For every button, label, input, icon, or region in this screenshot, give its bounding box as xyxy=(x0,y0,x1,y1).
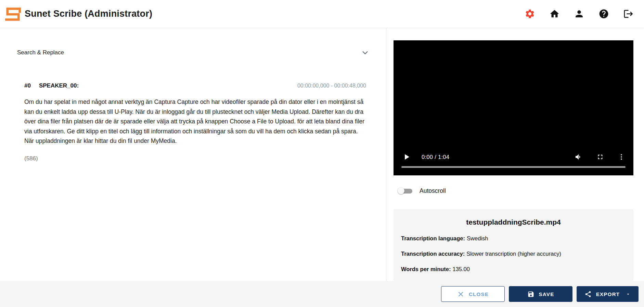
field-label: Words per minute: xyxy=(401,266,451,272)
play-icon[interactable] xyxy=(402,153,411,161)
video-progress-bar[interactable] xyxy=(401,166,626,168)
settings-icon[interactable] xyxy=(525,9,535,19)
page-title: Sunet Scribe (Administrator) xyxy=(25,9,152,19)
video-controls-right xyxy=(575,153,625,161)
video-controls: 0:00 / 1:04 xyxy=(402,153,625,161)
media-info-card: testuppladdningScribe.mp4 Transcription … xyxy=(394,209,633,281)
field-value: Swedish xyxy=(467,235,488,241)
export-button[interactable]: EXPORT xyxy=(577,286,639,302)
action-footer: CLOSE SAVE EXPORT xyxy=(0,281,644,307)
app-window: Sunet Scribe (Administrator) Search & R xyxy=(0,0,644,307)
export-button-label: EXPORT xyxy=(596,291,620,297)
segment-index: #0 xyxy=(24,82,31,89)
autoscroll-label: Autoscroll xyxy=(420,187,446,195)
sunet-logo-icon xyxy=(5,6,21,22)
field-label: Transcription accuracy: xyxy=(401,251,465,257)
app-header: Sunet Scribe (Administrator) xyxy=(0,0,644,28)
header-actions xyxy=(525,9,634,19)
transcript-panel: Search & Replace #0 SPEAKER_00: 00:00:00… xyxy=(0,28,386,281)
info-field-accuracy: Transcription accuracy:Slower transcript… xyxy=(401,251,626,257)
info-field-language: Transcription language:Swedish xyxy=(401,235,626,242)
save-icon xyxy=(527,291,534,298)
segment-header: #0 SPEAKER_00: 00:00:00,000 - 00:00:48,0… xyxy=(24,82,366,89)
save-button[interactable]: SAVE xyxy=(509,286,572,302)
logout-icon[interactable] xyxy=(623,9,634,19)
video-time-display: 0:00 / 1:04 xyxy=(422,154,449,160)
more-options-icon[interactable] xyxy=(618,153,625,161)
autoscroll-toggle[interactable] xyxy=(398,186,414,195)
close-x-icon xyxy=(457,291,464,298)
field-value: 135.00 xyxy=(452,266,469,272)
help-icon[interactable] xyxy=(598,9,609,19)
field-label: Transcription language: xyxy=(401,235,465,241)
close-button-label: CLOSE xyxy=(469,291,489,297)
media-panel: 0:00 / 1:04 xyxy=(386,28,644,281)
profile-icon[interactable] xyxy=(574,9,584,19)
search-replace-accordion[interactable]: Search & Replace xyxy=(17,48,370,58)
segment-timestamp: 00:00:00,000 - 00:00:48,000 xyxy=(297,83,366,89)
toggle-knob xyxy=(398,187,404,194)
home-icon[interactable] xyxy=(549,9,560,19)
chevron-down-icon[interactable] xyxy=(360,48,370,58)
save-button-label: SAVE xyxy=(539,291,554,297)
share-icon xyxy=(584,291,592,298)
search-replace-label: Search & Replace xyxy=(17,49,64,56)
close-button[interactable]: CLOSE xyxy=(441,286,505,302)
field-value: Slower transcription (higher accuracy) xyxy=(466,251,561,257)
fullscreen-icon[interactable] xyxy=(596,153,604,161)
export-caret-icon xyxy=(626,292,631,297)
transcript-segment[interactable]: #0 SPEAKER_00: 00:00:00,000 - 00:00:48,0… xyxy=(24,82,366,162)
segment-text[interactable]: Om du har spelat in med något annat verk… xyxy=(24,97,365,146)
segment-speaker-label: SPEAKER_00: xyxy=(39,82,79,89)
media-filename: testuppladdningScribe.mp4 xyxy=(401,218,626,226)
autoscroll-row: Autoscroll xyxy=(394,186,633,195)
info-field-wpm: Words per minute:135.00 xyxy=(401,266,626,272)
volume-icon[interactable] xyxy=(575,153,583,161)
segment-char-count: (586) xyxy=(24,155,366,162)
main-content: Search & Replace #0 SPEAKER_00: 00:00:00… xyxy=(0,28,644,281)
video-player[interactable]: 0:00 / 1:04 xyxy=(394,40,633,175)
